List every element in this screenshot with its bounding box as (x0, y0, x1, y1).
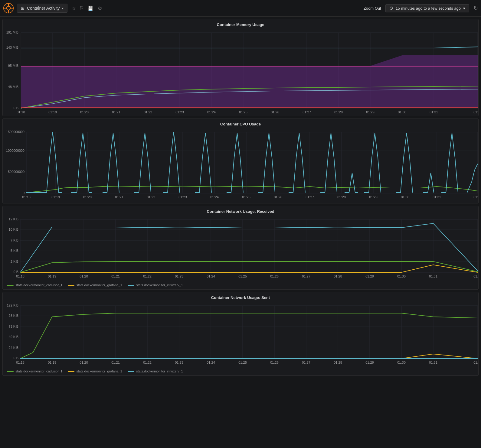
svg-text:01:22: 01:22 (147, 195, 155, 199)
svg-text:01:18: 01:18 (22, 195, 31, 199)
svg-text:01:23: 01:23 (175, 361, 183, 364)
clock-icon: ⏱ (389, 6, 393, 11)
svg-text:01:20: 01:20 (80, 110, 89, 114)
svg-text:01:28: 01:28 (334, 361, 342, 364)
svg-text:01:27: 01:27 (302, 361, 310, 364)
svg-text:01:19: 01:19 (48, 110, 57, 114)
svg-text:01:24: 01:24 (210, 195, 219, 199)
svg-text:01:29: 01:29 (366, 110, 375, 114)
svg-text:01:20: 01:20 (80, 274, 88, 278)
svg-text:01:21: 01:21 (111, 274, 120, 278)
svg-text:7 KiB: 7 KiB (11, 239, 18, 242)
chevron-down-icon: ▾ (62, 7, 64, 10)
legend-grafana-tx: stats.dockermonitor_grafana_1 (68, 369, 122, 373)
svg-rect-87 (3, 215, 479, 281)
network-tx-legend: stats.dockermonitor_cadvisor_1 stats.doc… (3, 368, 478, 375)
svg-text:191 MiB: 191 MiB (6, 31, 18, 34)
memory-chart-svg: 191 MiB 143 MiB 95 MiB 48 MiB 0 B (3, 28, 479, 116)
panel-network-tx-title: Container Network Usage: Sent (3, 292, 478, 301)
svg-text:01:27: 01:27 (303, 110, 311, 114)
dashboard-title: Container Activity (27, 6, 60, 11)
svg-text:01:28: 01:28 (334, 110, 343, 114)
svg-text:01:18: 01:18 (16, 274, 25, 278)
svg-text:5 KiB: 5 KiB (11, 249, 18, 252)
svg-text:01:19: 01:19 (51, 195, 60, 199)
svg-text:01:24: 01:24 (207, 274, 215, 278)
settings-icon[interactable]: ⚙ (98, 5, 102, 11)
svg-text:01:20: 01:20 (83, 195, 92, 199)
chart-network-rx: 12 KiB 10 KiB 7 KiB 5 KiB 2 KiB 0 B (3, 215, 478, 281)
network-rx-chart-svg: 12 KiB 10 KiB 7 KiB 5 KiB 2 KiB 0 B (3, 215, 479, 281)
svg-text:01:18: 01:18 (16, 361, 25, 364)
svg-text:01:27: 01:27 (302, 274, 310, 278)
panel-network-rx-title: Container Network Usage: Received (3, 206, 478, 215)
panel-memory-title: Container Memory Usage (3, 19, 478, 28)
panel-memory: Container Memory Usage 191 MiB 143 MiB 9… (2, 19, 479, 116)
svg-text:01:29: 01:29 (365, 274, 374, 278)
svg-text:01:30: 01:30 (398, 110, 406, 114)
svg-text:01:25: 01:25 (239, 110, 247, 114)
svg-text:143 MiB: 143 MiB (6, 46, 18, 49)
grafana-logo[interactable] (3, 3, 14, 14)
svg-text:01:26: 01:26 (270, 361, 279, 364)
svg-text:01:31: 01:31 (429, 274, 437, 278)
legend-cadvisor-rx-label: stats.dockermonitor_cadvisor_1 (15, 283, 62, 287)
svg-text:1000000000: 1000000000 (6, 149, 25, 152)
svg-text:01:29: 01:29 (365, 361, 374, 364)
svg-text:01:30: 01:30 (397, 274, 406, 278)
svg-text:01:21: 01:21 (112, 110, 120, 114)
svg-text:01:31: 01:31 (430, 110, 438, 114)
main-content: Container Memory Usage 191 MiB 143 MiB 9… (0, 17, 481, 378)
svg-text:01:21: 01:21 (111, 361, 120, 364)
svg-text:01:22: 01:22 (144, 110, 152, 114)
svg-text:01:24: 01:24 (207, 110, 216, 114)
star-icon[interactable]: ☆ (72, 5, 76, 11)
legend-influx-rx: stats.dockermonitor_influxsrv_1 (128, 283, 183, 287)
share-icon[interactable]: ⎘ (80, 5, 83, 11)
legend-influx-rx-line (128, 285, 134, 286)
svg-text:73 KiB: 73 KiB (9, 325, 18, 328)
dashboard-title-button[interactable]: ⊞ Container Activity ▾ (17, 4, 67, 13)
svg-text:01:26: 01:26 (270, 274, 279, 278)
svg-text:0: 0 (23, 191, 25, 195)
svg-text:500000000: 500000000 (8, 170, 25, 174)
svg-text:01:30: 01:30 (401, 195, 409, 199)
svg-text:01:24: 01:24 (207, 361, 215, 364)
svg-text:95 MiB: 95 MiB (8, 64, 18, 67)
svg-text:12 KiB: 12 KiB (9, 217, 18, 221)
legend-grafana-rx: stats.dockermonitor_grafana_1 (68, 283, 122, 287)
svg-text:01:22: 01:22 (143, 361, 152, 364)
nav-right: Zoom Out ⏱ 15 minutes ago to a few secon… (364, 4, 478, 12)
svg-text:01:28: 01:28 (337, 195, 346, 199)
svg-text:0 B: 0 B (13, 270, 18, 274)
refresh-button[interactable]: ↻ (473, 5, 478, 11)
legend-influx-tx-label: stats.dockermonitor_influxsrv_1 (136, 369, 183, 373)
legend-influx-tx: stats.dockermonitor_influxsrv_1 (128, 369, 183, 373)
panel-network-tx: Container Network Usage: Sent 122 KiB 98… (2, 292, 479, 376)
legend-cadvisor-rx-line (7, 285, 14, 286)
time-range-chevron: ▾ (463, 6, 465, 11)
svg-text:01:29: 01:29 (369, 195, 378, 199)
time-range-button[interactable]: ⏱ 15 minutes ago to a few seconds ago ▾ (385, 4, 469, 12)
svg-text:01:31: 01:31 (429, 361, 437, 364)
topnav: ⊞ Container Activity ▾ ☆ ⎘ 💾 ⚙ Zoom Out … (0, 0, 481, 17)
grid-icon: ⊞ (21, 6, 25, 11)
svg-text:0 B: 0 B (13, 106, 18, 110)
svg-text:2 KiB: 2 KiB (11, 260, 18, 263)
svg-text:49 KiB: 49 KiB (9, 335, 18, 339)
svg-text:122 KiB: 122 KiB (7, 304, 18, 307)
legend-influx-tx-line (128, 371, 134, 372)
zoom-out-button[interactable]: Zoom Out (364, 6, 381, 11)
panel-cpu-title: Container CPU Usage (3, 119, 478, 128)
legend-cadvisor-tx-label: stats.dockermonitor_cadvisor_1 (15, 369, 62, 373)
save-icon[interactable]: 💾 (87, 5, 93, 11)
svg-text:01:30: 01:30 (397, 361, 406, 364)
svg-text:01:32: 01:32 (473, 274, 479, 278)
legend-cadvisor-rx: stats.dockermonitor_cadvisor_1 (7, 283, 62, 287)
svg-text:01:23: 01:23 (175, 110, 184, 114)
chart-cpu: 1500000000 1000000000 500000000 0 (3, 128, 478, 203)
svg-text:01:25: 01:25 (238, 274, 247, 278)
legend-cadvisor-tx-line (7, 371, 14, 372)
svg-text:10 KiB: 10 KiB (9, 228, 18, 231)
svg-text:01:27: 01:27 (306, 195, 314, 199)
